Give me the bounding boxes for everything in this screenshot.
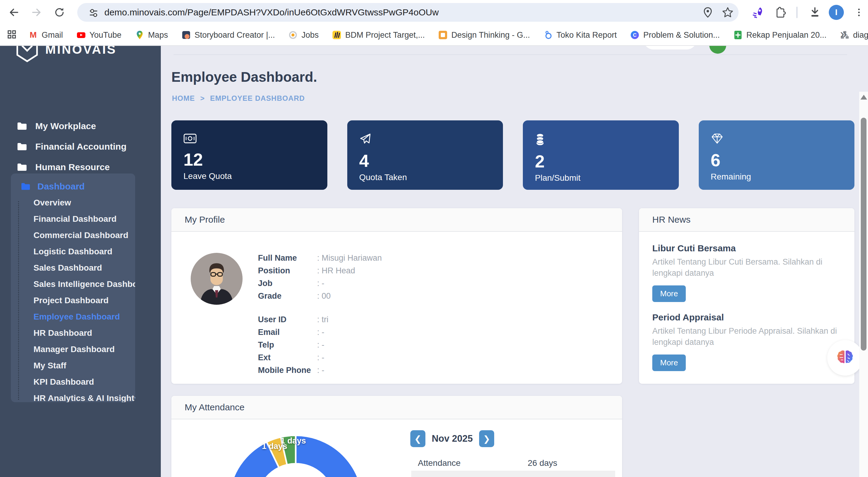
address-bar[interactable]: demo.minovais.com/Page/EMPDASH?VXDo/inUe… — [77, 3, 739, 22]
submenu-kpi-dashboard[interactable]: KPI Dashboard — [33, 374, 133, 390]
news-item-title: Libur Cuti Bersama — [652, 243, 855, 253]
attendance-card-title: My Attendance — [172, 396, 622, 419]
bookmark-gmail[interactable]: M Gmail — [28, 30, 63, 40]
profile-field-ext: Ext: - — [258, 351, 382, 364]
profile-field-job: Job: - — [258, 277, 382, 290]
coins-icon — [535, 133, 545, 146]
submenu-commercial-dashboard[interactable]: Commercial Dashboard — [33, 227, 133, 244]
month-label: Nov 2025 — [425, 433, 479, 444]
jobs-icon — [288, 30, 298, 40]
browser-profile-avatar[interactable]: I — [829, 5, 844, 20]
news-item-title: Period Appraisal — [652, 312, 855, 322]
submenu-overview[interactable]: Overview — [33, 195, 133, 211]
prev-month-button[interactable]: ❮ — [410, 430, 425, 447]
storyboard-icon — [181, 30, 191, 40]
attendance-table: Attendance 26 days — [411, 455, 615, 477]
profile-fields: Full Name: Misugi Hariawan Position: HR … — [258, 252, 382, 377]
submenu-financial-dashboard[interactable]: Financial Dashboard — [33, 211, 133, 227]
news-more-button[interactable]: More — [652, 285, 686, 302]
looker-icon — [544, 30, 553, 40]
news-more-button[interactable]: More — [652, 354, 686, 371]
stat-card-quota-taken[interactable]: 4 Quota Taken — [347, 120, 503, 190]
stat-label: Remaining — [711, 172, 843, 182]
submenu-my-staff[interactable]: My Staff — [33, 357, 133, 374]
profile-field-full-name: Full Name: Misugi Hariawan — [258, 252, 382, 264]
scrollbar-up-arrow[interactable] — [861, 95, 867, 100]
stat-value: 6 — [711, 150, 843, 170]
sheets-icon — [733, 30, 743, 40]
search-input[interactable] — [643, 46, 697, 50]
attendance-table-row: Attendance 26 days — [411, 455, 615, 471]
apps-grid-icon[interactable] — [7, 29, 17, 41]
browser-toolbar: demo.minovais.com/Page/EMPDASH?VXDo/inUe… — [0, 0, 868, 25]
download-icon[interactable] — [807, 5, 823, 20]
jamboard-icon — [438, 30, 448, 40]
submenu-hr-dashboard[interactable]: HR Dashboard — [33, 325, 133, 341]
stat-card-remaining[interactable]: 6 Remaining — [699, 120, 855, 190]
location-pin-icon[interactable] — [702, 6, 714, 20]
profile-field-user-id: User ID: tri — [258, 313, 382, 326]
stat-card-plan-submit[interactable]: 2 Plan/Submit — [523, 120, 679, 190]
bookmark-bdm-project[interactable]: BDM Project Target,... — [332, 30, 425, 40]
stat-value: 4 — [359, 151, 491, 171]
submenu-guide-line — [18, 201, 19, 400]
stat-label: Quota Taken — [359, 172, 491, 182]
page-scrollbar[interactable] — [859, 92, 868, 477]
folder-icon — [17, 122, 27, 131]
bookmark-rekap-penjualan[interactable]: Rekap Penjualan 20... — [733, 30, 827, 40]
sidebar-item-dashboard[interactable]: Dashboard — [11, 177, 135, 196]
submenu-manager-dashboard[interactable]: Manager Dashboard — [33, 341, 133, 357]
sidebar: MINOVAIS My Workplace Financial Accounti… — [0, 46, 161, 477]
c-circle-icon: C — [630, 30, 640, 40]
my-profile-card: My Profile Full Name: Misugi Hariawan Po… — [172, 208, 622, 384]
stat-label: Leave Quota — [183, 171, 315, 181]
forward-icon[interactable] — [29, 5, 44, 20]
extensions-puzzle-icon[interactable] — [773, 5, 788, 20]
bookmark-youtube[interactable]: YouTube — [76, 30, 122, 40]
browser-menu-icon[interactable] — [851, 5, 867, 20]
sidebar-item-financial-accounting[interactable]: Financial Accounting — [0, 136, 161, 157]
submenu-project-dashboard[interactable]: Project Dashboard — [33, 292, 133, 309]
folder-icon — [21, 182, 31, 191]
bookmark-star-icon[interactable] — [722, 6, 734, 20]
my-attendance-card: My Attendance 1 days 1 days ❮ Nov 2025 ❯ — [172, 396, 622, 477]
scrollbar-thumb[interactable] — [861, 118, 867, 351]
profile-field-telp: Telp: - — [258, 339, 382, 351]
bookmark-maps[interactable]: Maps — [135, 30, 168, 40]
folder-icon — [17, 142, 27, 151]
profile-field-position: Position: HR Head — [258, 264, 382, 277]
submenu-hr-analytics-ai-insights[interactable]: HR Analytics & AI Insights — [33, 390, 133, 402]
miro-icon — [332, 30, 342, 40]
profile-field-grade: Grade: 00 — [258, 290, 382, 302]
gem-icon — [711, 133, 723, 145]
breadcrumb-home[interactable]: HOME — [172, 94, 195, 102]
svg-text:C: C — [633, 32, 637, 38]
stat-card-leave-quota[interactable]: 12 Leave Quota — [172, 120, 327, 190]
bookmark-problem-solution[interactable]: C Problem & Solution... — [630, 30, 720, 40]
url-text[interactable]: demo.minovais.com/Page/EMPDASH?VXDo/inUe… — [104, 3, 439, 22]
bookmarks-overflow-chevron[interactable]: » — [840, 27, 847, 41]
app-logo[interactable]: MINOVAIS — [0, 46, 161, 63]
bookmark-storyboard[interactable]: Storyboard Creator |... — [181, 30, 275, 40]
site-info-icon[interactable] — [88, 7, 99, 20]
submenu-sales-dashboard[interactable]: Sales Dashboard — [33, 260, 133, 276]
breadcrumb: HOME > EMPLOYEE DASHBOARD — [172, 94, 308, 103]
month-navigation: ❮ Nov 2025 ❯ — [410, 430, 494, 447]
user-status-indicator — [709, 46, 726, 54]
next-month-button[interactable]: ❯ — [479, 430, 494, 447]
rocket-extension-icon[interactable] — [750, 5, 766, 20]
profile-field-mobile-phone: Mobile Phone: - — [258, 364, 382, 377]
sidebar-submenu-panel: Dashboard Overview Financial Dashboard C… — [11, 173, 135, 402]
submenu-logistic-dashboard[interactable]: Logistic Dashboard — [33, 244, 133, 260]
bookmark-jobs[interactable]: Jobs — [288, 30, 319, 40]
app-logo-text: MINOVAIS — [45, 46, 117, 57]
submenu-sales-intelligence-dashboard[interactable]: Sales Intelligence Dashboard — [33, 276, 133, 292]
submenu-employee-dashboard[interactable]: Employee Dashboard — [33, 309, 133, 325]
ai-assistant-button[interactable] — [827, 340, 863, 376]
bookmark-design-thinking[interactable]: Design Thinking - G... — [438, 30, 530, 40]
reload-icon[interactable] — [52, 5, 67, 20]
sidebar-item-my-workplace[interactable]: My Workplace — [0, 116, 161, 136]
attendance-table-row — [411, 471, 615, 477]
back-icon[interactable] — [6, 5, 22, 20]
bookmark-toko-kita[interactable]: Toko Kita Report — [544, 30, 617, 40]
